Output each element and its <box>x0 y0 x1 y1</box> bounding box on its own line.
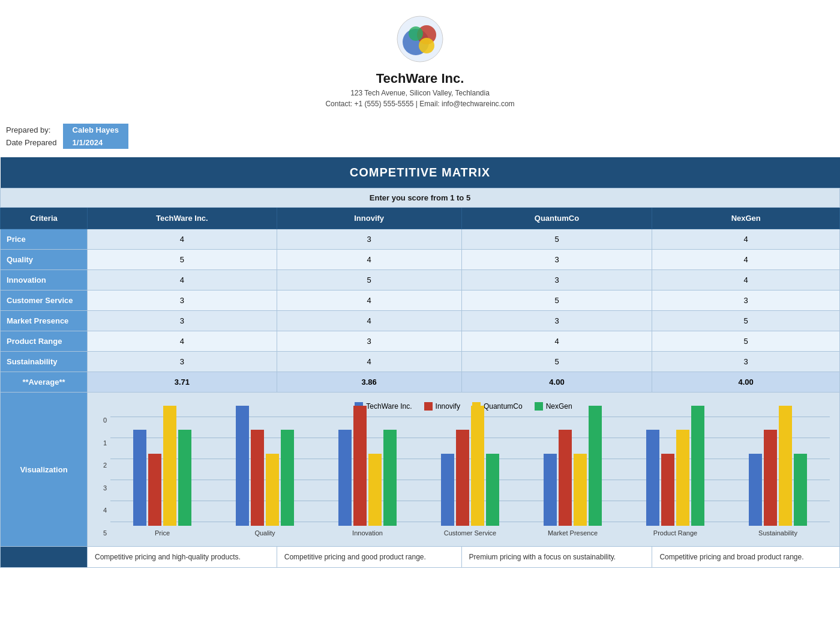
subtitle-row: Enter you score from 1 to 5 <box>1 188 840 208</box>
cell-quantumco: 3 <box>461 250 652 270</box>
bar <box>471 406 484 526</box>
bar-group-label: Innovation <box>352 529 383 537</box>
competitive-matrix-table: COMPETITIVE MATRIX Enter you score from … <box>0 157 840 568</box>
bar <box>646 430 659 526</box>
cell-criteria: Customer Service <box>1 290 88 311</box>
y-axis-label: 3 <box>97 484 107 492</box>
bar-group-label: Quality <box>254 529 275 537</box>
table-row: Product Range4345 <box>1 331 840 352</box>
table-row: Innovation4534 <box>1 270 840 290</box>
bar <box>764 430 777 526</box>
matrix-title: COMPETITIVE MATRIX <box>1 157 840 188</box>
bar-group-label: Product Range <box>653 529 697 537</box>
cell-quantumco: 3 <box>461 311 652 331</box>
meta-table: Prepared by: Caleb Hayes Date Prepared 1… <box>0 124 128 149</box>
cell-innovify: 4 <box>277 290 461 311</box>
notes-techware: Competitive pricing and high-quality pro… <box>88 547 277 568</box>
cell-techware: 4 <box>88 331 277 352</box>
table-title-row: COMPETITIVE MATRIX <box>1 157 840 188</box>
cell-techware: 4 <box>88 270 277 290</box>
cell-quantumco: 5 <box>461 229 652 250</box>
bar-group: Customer Service <box>424 406 516 537</box>
bar <box>148 454 161 526</box>
y-axis-label: 0 <box>97 417 107 424</box>
bar <box>794 454 807 526</box>
avg-nexgen: 4.00 <box>652 372 840 393</box>
notes-empty <box>1 547 88 568</box>
bar <box>589 406 602 526</box>
col-criteria: Criteria <box>1 208 88 229</box>
bar <box>251 430 264 526</box>
matrix-subtitle: Enter you score from 1 to 5 <box>1 188 840 208</box>
viz-label: Visualization <box>1 393 88 547</box>
bar-group-bars <box>544 406 602 526</box>
bar <box>281 430 294 526</box>
cell-innovify: 4 <box>277 250 461 270</box>
bar <box>574 454 587 526</box>
table-row: Price4354 <box>1 229 840 250</box>
bar-group-bars <box>646 406 704 526</box>
notes-quantumco: Premium pricing with a focus on sustaina… <box>461 547 652 568</box>
bar <box>353 406 367 526</box>
cell-criteria: Product Range <box>1 331 88 352</box>
bar <box>749 454 762 526</box>
bar-group-label: Customer Service <box>444 529 496 537</box>
prepared-by-value: Caleb Hayes <box>63 124 128 136</box>
col-techware: TechWare Inc. <box>88 208 277 229</box>
cell-criteria: Quality <box>1 250 88 270</box>
svg-point-4 <box>409 26 423 41</box>
bar <box>178 430 191 526</box>
company-logo <box>393 12 447 66</box>
visualization-row: Visualization TechWare Inc.InnovifyQuant… <box>1 393 840 547</box>
table-row: Customer Service3453 <box>1 290 840 311</box>
cell-innovify: 4 <box>277 352 461 372</box>
avg-label: **Average** <box>1 372 88 393</box>
avg-techware: 3.71 <box>88 372 277 393</box>
bar-group-bars <box>236 406 294 526</box>
cell-nexgen: 3 <box>652 290 840 311</box>
bar <box>676 430 689 526</box>
avg-quantumco: 4.00 <box>461 372 652 393</box>
cell-techware: 3 <box>88 311 277 331</box>
y-axis-label: 5 <box>97 529 107 537</box>
cell-nexgen: 5 <box>652 331 840 352</box>
bar <box>163 406 176 526</box>
bar-group-bars <box>338 406 397 526</box>
bar-group: Sustainability <box>732 406 824 537</box>
bar <box>441 454 454 526</box>
bar <box>133 430 146 526</box>
company-name: TechWare Inc. <box>0 71 840 86</box>
bar <box>661 454 674 526</box>
chart-inner: PriceQualityInnovationCustomer ServiceMa… <box>110 417 830 537</box>
bar <box>236 406 249 526</box>
y-axis-label: 2 <box>97 462 107 469</box>
notes-nexgen: Competitive pricing and broad product ra… <box>652 547 840 568</box>
y-axis: 543210 <box>97 417 107 537</box>
chart-container: 543210 PriceQualityInnovationCustomer Se… <box>97 417 830 537</box>
bar-group-label: Price <box>155 529 170 537</box>
cell-innovify: 3 <box>277 229 461 250</box>
bar <box>383 430 397 526</box>
bar-group: Market Presence <box>527 406 619 537</box>
cell-quantumco: 5 <box>461 352 652 372</box>
avg-innovify: 3.86 <box>277 372 461 393</box>
cell-nexgen: 3 <box>652 352 840 372</box>
bar-group-bars <box>133 406 191 526</box>
viz-content: TechWare Inc.InnovifyQuantumCoNexGen 543… <box>88 393 840 547</box>
bar-group-bars <box>749 406 807 526</box>
cell-nexgen: 4 <box>652 250 840 270</box>
cell-nexgen: 5 <box>652 311 840 331</box>
bar <box>559 430 572 526</box>
main-table-wrapper: COMPETITIVE MATRIX Enter you score from … <box>0 157 840 568</box>
bar <box>266 454 279 526</box>
bar-group-label: Market Presence <box>548 529 598 537</box>
svg-point-3 <box>419 38 434 53</box>
cell-techware: 4 <box>88 229 277 250</box>
bar-group: Quality <box>219 406 311 537</box>
bar-group: Product Range <box>629 406 721 537</box>
cell-techware: 5 <box>88 250 277 270</box>
bar <box>368 454 382 526</box>
average-row: **Average** 3.71 3.86 4.00 4.00 <box>1 372 840 393</box>
table-row: Market Presence3435 <box>1 311 840 331</box>
cell-quantumco: 4 <box>461 331 652 352</box>
